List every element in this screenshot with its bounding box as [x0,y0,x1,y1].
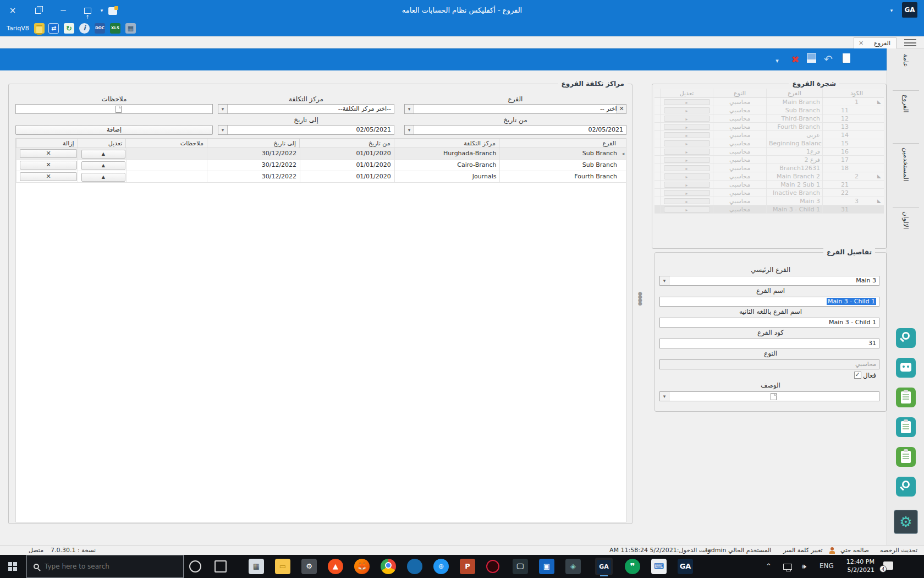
remove-row-button[interactable]: ✕ [20,161,77,170]
dev-app-icon[interactable]: ◈ [565,559,581,574]
hidden-icons-chevron[interactable]: ⌃ [766,562,772,570]
tree-row[interactable]: محاسبيFourth Branch13 [654,123,884,131]
undo-icon[interactable]: ↶ [822,53,834,66]
chevron-down-icon[interactable]: ▾ [218,126,228,134]
screen-share-icon[interactable]: 🖵 [513,559,528,574]
chevron-down-icon[interactable]: ▾ [660,276,669,285]
language-indicator[interactable]: ENG [820,562,834,570]
volume-icon[interactable]: 🕪 [802,562,806,571]
row-edit-button[interactable] [664,116,710,122]
remove-row-button[interactable]: ✕ [20,172,77,181]
info-icon[interactable] [79,23,90,34]
task-view-icon[interactable] [215,560,227,572]
brave-browser-icon[interactable]: ▲ [328,559,343,574]
report-clipboard-icon[interactable] [896,388,916,407]
description-combo[interactable]: ▾ [659,391,879,401]
update-license-link[interactable]: تحديث الرخصه [880,547,917,554]
titlebar-right-chevron-icon[interactable]: ▾ [888,0,895,21]
cortana-icon[interactable] [189,560,201,572]
action-center-icon[interactable]: 4 [883,561,893,570]
row-edit-button[interactable] [664,198,710,204]
thunderbird-icon[interactable] [407,559,422,574]
edit-row-button[interactable]: ▲ [81,173,125,182]
close-tab-icon[interactable]: ✕ [859,40,864,47]
taskbar-clock[interactable]: 12:40 PM 5/2/2021 [840,558,875,574]
tree-expander-icon[interactable]: ◣ [877,198,881,204]
side-tab-colors[interactable]: الالوان [887,211,924,255]
row-edit-button[interactable] [664,149,710,155]
tree-row[interactable]: محاسبيInactive Branch22 [654,189,884,197]
tree-row[interactable]: محاسبيفرع116 [654,148,884,156]
tree-row[interactable]: محاسبيBeginning Balance15 [654,139,884,148]
clear-selection-icon[interactable]: ✕ [617,105,626,113]
new-record-icon[interactable] [840,53,853,66]
tree-row[interactable]: محاسبيThird-Branch12 [654,114,884,123]
row-edit-button[interactable] [664,190,710,196]
row-edit-button[interactable] [664,165,710,171]
firefox-icon[interactable]: 🦊 [354,559,370,574]
zoom-search-icon[interactable] [896,477,916,497]
cost-row-selected[interactable]: ✕ ▲ 30/12/2022 01/01/2020 Hurghada-Branc… [16,148,626,160]
edit-row-button[interactable]: ▲ [81,161,125,170]
row-edit-button[interactable] [664,107,710,113]
export-xls-icon[interactable]: XLS [110,23,120,34]
branches-tree-grid[interactable]: تعديل النوع الفرع الكود محاسبيMain Branc… [654,89,884,214]
to-date-picker[interactable]: ▾ 02/05/2021 [218,125,394,135]
search-input[interactable] [45,563,166,570]
chrome-icon[interactable] [381,559,396,574]
tree-row[interactable]: محاسبيMain 2 Sub 121 [654,181,884,189]
ribbon-collapse-icon[interactable]: ▾ [771,55,783,67]
remote-tool-icon[interactable]: ⌨ [651,559,667,574]
start-button[interactable] [0,555,26,578]
tree-expander-icon[interactable]: ◣ [877,99,881,105]
calculator-app-icon[interactable]: ▦ [249,559,264,574]
calculator-icon[interactable] [125,23,136,34]
taskbar-search[interactable] [26,555,184,578]
database-icon[interactable] [34,23,45,34]
row-edit-button[interactable] [664,124,710,130]
branch-name2-input[interactable]: Main 3 - Child 1 [659,318,879,328]
row-edit-button[interactable] [664,173,710,179]
row-edit-button[interactable] [664,157,710,163]
tree-row[interactable]: محاسبيMain Branch1◣ [654,98,884,106]
tree-row[interactable]: محاسبيBranch1263118 [654,164,884,172]
chevron-down-icon[interactable]: ▾ [218,105,228,113]
opera-gx-icon[interactable] [486,560,499,573]
search-tool-icon[interactable] [896,328,916,348]
print-clipboard-icon[interactable] [896,417,916,437]
panel-splitter-handle[interactable]: ●●●● [638,292,641,312]
cost-branch-combo[interactable]: ▾ -- اختر -- ✕ [404,104,626,114]
save-icon[interactable] [805,53,817,66]
file-explorer-icon[interactable]: ▭ [275,559,290,574]
chevron-down-icon[interactable]: ▾ [660,392,669,401]
side-tab-general[interactable]: عامة [887,54,924,88]
branch-code-input[interactable]: 31 [659,339,879,348]
change-password-link[interactable]: تغيير كلمة السر [783,547,823,554]
active-checkbox-row[interactable]: فعال [854,372,876,379]
cost-row[interactable]: ✕ ▲ 30/12/2022 01/01/2020 Cairo-Branch S… [16,160,626,171]
export-doc-icon[interactable]: DOC [95,23,105,34]
tree-expander-icon[interactable]: ◣ [877,173,881,179]
from-date-picker[interactable]: ▾ 02/05/2021 [404,125,626,135]
network-icon[interactable] [783,564,792,570]
remove-row-button[interactable]: ✕ [20,149,77,158]
ga-app-taskbar-icon-2[interactable]: GA [678,559,693,574]
delete-icon[interactable]: ✖ [789,53,801,66]
globe-browser-icon[interactable]: ⊕ [433,559,449,574]
row-edit-button[interactable] [664,99,710,105]
tree-row[interactable]: محاسبيMain Branch 22◣ [654,172,884,181]
office-app-icon[interactable]: P [460,559,475,574]
ga-app-taskbar-icon[interactable]: GA [595,558,613,575]
settings-app-icon[interactable]: ⚙ [301,559,317,574]
assistant-robot-icon[interactable] [896,358,916,378]
chevron-down-icon[interactable]: ▾ [405,126,414,134]
add-button[interactable]: إضافة [15,125,213,135]
branch-name-input[interactable]: Main 3 - Child 1 [659,297,879,307]
tab-branches[interactable]: ✕ الفروع [854,37,897,48]
active-checkbox[interactable] [854,372,861,379]
row-edit-button[interactable] [664,182,710,188]
tree-row[interactable]: محاسبيفرع 217 [654,156,884,164]
row-edit-button[interactable] [664,206,710,212]
row-edit-button[interactable] [664,140,710,146]
remote-support-icon[interactable] [48,23,59,34]
